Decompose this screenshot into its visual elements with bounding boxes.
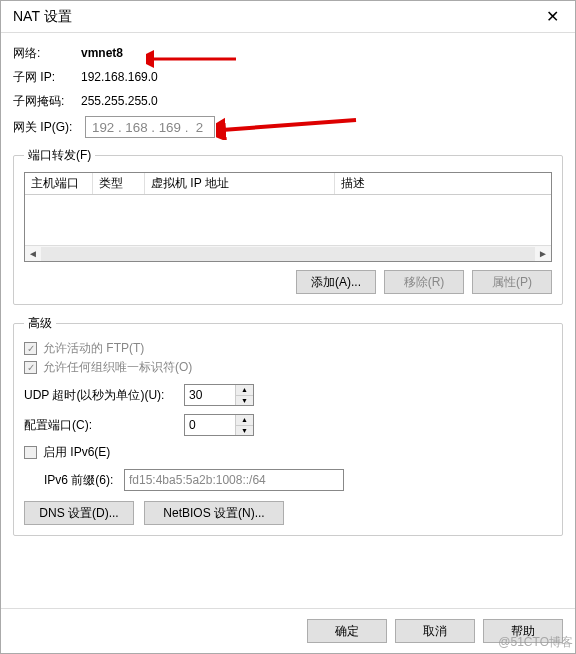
port-forward-legend: 端口转发(F) [24,147,95,164]
config-port-label: 配置端口(C): [24,417,184,434]
col-type[interactable]: 类型 [93,173,145,194]
gateway-input[interactable] [85,116,215,138]
dns-settings-button[interactable]: DNS 设置(D)... [24,501,134,525]
udp-timeout-label: UDP 超时(以秒为单位)(U): [24,387,184,404]
cancel-button[interactable]: 取消 [395,619,475,643]
scroll-left-icon[interactable]: ◄ [25,246,41,262]
network-label: 网络: [13,45,81,62]
scrollbar-track[interactable] [41,247,535,261]
ftp-label: 允许活动的 FTP(T) [43,340,144,357]
properties-button: 属性(P) [472,270,552,294]
oui-label: 允许任何组织唯一标识符(O) [43,359,192,376]
oui-checkbox[interactable]: ✓ [24,361,37,374]
advanced-legend: 高级 [24,315,56,332]
advanced-group: 高级 ✓ 允许活动的 FTP(T) ✓ 允许任何组织唯一标识符(O) UDP 超… [13,315,563,536]
spin-down-icon[interactable]: ▼ [236,396,253,406]
config-port-spinner[interactable]: ▲ ▼ [184,414,254,436]
ipv6-prefix-label: IPv6 前缀(6): [44,472,124,489]
spin-down-icon[interactable]: ▼ [236,426,253,436]
spin-up-icon[interactable]: ▲ [236,385,253,396]
col-host-port[interactable]: 主机端口 [25,173,93,194]
gateway-label: 网关 IP(G): [13,119,85,136]
subnet-mask-label: 子网掩码: [13,93,81,110]
watermark-text: @51CTO博客 [498,634,573,651]
ipv6-enable-label: 启用 IPv6(E) [43,444,110,461]
subnet-mask-value: 255.255.255.0 [81,94,158,108]
scroll-right-icon[interactable]: ► [535,246,551,262]
col-desc[interactable]: 描述 [335,173,551,194]
udp-timeout-input[interactable] [185,385,235,405]
subnet-ip-label: 子网 IP: [13,69,81,86]
network-value: vmnet8 [81,46,123,60]
close-icon[interactable]: ✕ [537,5,567,29]
udp-timeout-spinner[interactable]: ▲ ▼ [184,384,254,406]
dialog-title: NAT 设置 [13,8,537,26]
ipv6-checkbox[interactable]: ✓ [24,446,37,459]
remove-button: 移除(R) [384,270,464,294]
port-forward-table[interactable]: 主机端口 类型 虚拟机 IP 地址 描述 ◄ ► [24,172,552,262]
ftp-checkbox[interactable]: ✓ [24,342,37,355]
config-port-input[interactable] [185,415,235,435]
subnet-ip-value: 192.168.169.0 [81,70,158,84]
ok-button[interactable]: 确定 [307,619,387,643]
netbios-settings-button[interactable]: NetBIOS 设置(N)... [144,501,284,525]
col-vm-ip[interactable]: 虚拟机 IP 地址 [145,173,335,194]
ipv6-prefix-input[interactable] [124,469,344,491]
port-forward-group: 端口转发(F) 主机端口 类型 虚拟机 IP 地址 描述 ◄ ► 添加(A)..… [13,147,563,305]
spin-up-icon[interactable]: ▲ [236,415,253,426]
add-button[interactable]: 添加(A)... [296,270,376,294]
